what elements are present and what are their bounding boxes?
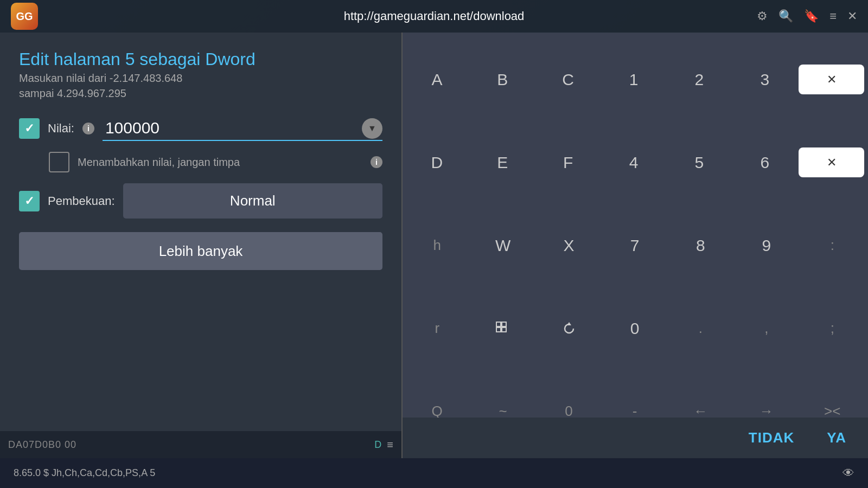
panel-divider (401, 33, 403, 458)
hex-d-badge: D (374, 439, 381, 451)
keyboard-rows: A B C 1 2 3 ✕ D E F 4 5 6 ✕ h W X 7 8 9 … (404, 38, 865, 453)
top-right-icons: ⚙ 🔍 🔖 ≡ ✕ (757, 9, 857, 23)
subtitle-line2: sampai 4.294.967.295 (19, 87, 382, 100)
menu-lines-icon[interactable]: ≡ (387, 439, 393, 451)
keyboard-panel: A B C 1 2 3 ✕ D E F 4 5 6 ✕ h W X 7 8 9 … (401, 33, 868, 458)
key-A[interactable]: A (404, 63, 470, 96)
key-9[interactable]: 9 (733, 229, 799, 262)
kb-row-1: A B C 1 2 3 ✕ (404, 38, 865, 121)
dialog-title-block: Edit halaman 5 sebagai Dword Masukan nil… (19, 49, 382, 100)
key-2[interactable]: 2 (666, 63, 732, 96)
pembekuan-label: Pembekuan: (48, 194, 115, 208)
top-icons-bar: GG ⚙ 🔍 🔖 ≡ ✕ (0, 0, 868, 33)
edit-dialog: Edit halaman 5 sebagai Dword Masukan nil… (0, 33, 401, 458)
key-h[interactable]: h (404, 229, 470, 262)
key-grid[interactable] (470, 312, 535, 345)
svg-rect-2 (496, 328, 501, 332)
pembekuan-row: Pembekuan: Normal (19, 183, 382, 219)
subtitle-line1: Masukan nilai dari -2.147.483.648 (19, 72, 382, 85)
key-8[interactable]: 8 (668, 229, 733, 262)
lebih-banyak-button[interactable]: Lebih banyak (19, 232, 382, 270)
normal-button[interactable]: Normal (123, 183, 382, 219)
tidak-button[interactable]: TIDAK (749, 429, 794, 446)
title-type: Dword (205, 49, 255, 69)
key-4[interactable]: 4 (601, 146, 667, 179)
key-7[interactable]: 7 (602, 229, 667, 262)
kb-row-4: r 0 . , ; (404, 287, 865, 370)
key-F[interactable]: F (535, 146, 601, 179)
key-delete-1[interactable]: ✕ (799, 65, 864, 94)
key-C[interactable]: C (535, 63, 601, 96)
nilai-label: Nilai: (48, 121, 74, 136)
key-3[interactable]: 3 (732, 63, 797, 96)
key-delete-2[interactable]: ✕ (799, 147, 864, 177)
add-value-label: Menambahkan nilai, jangan timpa (78, 156, 240, 169)
pembekuan-checkbox[interactable] (19, 191, 40, 211)
kb-row-2: D E F 4 5 6 ✕ (404, 121, 865, 204)
svg-marker-4 (567, 322, 571, 325)
bottom-actions: TIDAK YA (401, 418, 868, 458)
bottom-hex-row: DA07D0B0 00 D ≡ (0, 431, 401, 458)
key-dot[interactable]: . (668, 312, 733, 345)
bookmark-icon[interactable]: 🔖 (804, 9, 819, 23)
tune-icon[interactable]: ⚙ (757, 9, 768, 23)
nilai-input-wrapper: ▼ (103, 116, 382, 141)
key-1[interactable]: 1 (601, 63, 667, 96)
nilai-row: Nilai: i ▼ (19, 116, 382, 141)
key-0a[interactable]: 0 (602, 312, 667, 345)
app-logo: GG (11, 3, 38, 30)
key-r[interactable]: r (404, 312, 470, 345)
nilai-info-icon[interactable]: i (82, 123, 94, 134)
nilai-checkbox[interactable] (19, 118, 40, 139)
top-left-icons: GG (11, 3, 38, 30)
add-value-checkbox[interactable] (49, 152, 69, 172)
eye-icon[interactable]: 👁 (843, 466, 854, 480)
key-semicolon[interactable]: ; (800, 312, 865, 345)
svg-rect-0 (496, 322, 501, 326)
key-colon[interactable]: : (800, 229, 865, 262)
dialog-title: Edit halaman 5 sebagai Dword (19, 49, 382, 69)
key-B[interactable]: B (470, 63, 535, 96)
status-text: 8.65.0 $ Jh,Ch,Ca,Cd,Cb,PS,A 5 (14, 467, 155, 479)
key-5[interactable]: 5 (666, 146, 732, 179)
key-6[interactable]: 6 (732, 146, 797, 179)
svg-rect-3 (502, 328, 506, 332)
title-text-part1: Edit halaman 5 sebagai (19, 49, 205, 69)
key-undo[interactable] (536, 312, 602, 345)
key-D[interactable]: D (404, 146, 470, 179)
nilai-input[interactable] (103, 116, 382, 141)
key-X[interactable]: X (536, 229, 602, 262)
kb-row-3: h W X 7 8 9 : (404, 204, 865, 287)
key-comma[interactable]: , (733, 312, 799, 345)
add-value-row: Menambahkan nilai, jangan timpa i (19, 152, 382, 172)
status-bar: 8.65.0 $ Jh,Ch,Ca,Cd,Cb,PS,A 5 👁 (0, 458, 868, 488)
add-value-info-icon[interactable]: i (371, 156, 382, 168)
key-W[interactable]: W (470, 229, 535, 262)
ya-button[interactable]: YA (827, 429, 846, 446)
status-right: 👁 (843, 466, 854, 480)
list-icon[interactable]: ≡ (829, 9, 837, 23)
hex-text: DA07D0B0 00 (8, 439, 76, 451)
key-E[interactable]: E (470, 146, 535, 179)
close-icon[interactable]: ✕ (847, 9, 857, 23)
search-icon[interactable]: 🔍 (778, 9, 793, 23)
svg-rect-1 (502, 322, 506, 326)
